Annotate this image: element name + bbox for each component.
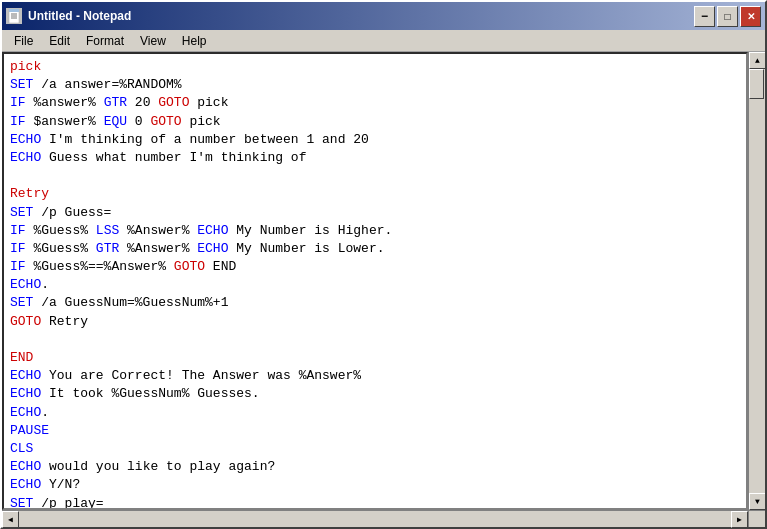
- menu-help[interactable]: Help: [174, 32, 215, 50]
- menu-edit[interactable]: Edit: [41, 32, 78, 50]
- window-title: Untitled - Notepad: [28, 9, 131, 23]
- editor-area: pick SET /a answer=%RANDOM% IF %answer% …: [2, 52, 765, 510]
- menu-format[interactable]: Format: [78, 32, 132, 50]
- text-content[interactable]: pick SET /a answer=%RANDOM% IF %answer% …: [4, 54, 746, 508]
- notepad-window: Untitled - Notepad File Edit Format View…: [0, 0, 767, 529]
- minimize-button[interactable]: [694, 6, 715, 27]
- title-buttons: [694, 6, 761, 27]
- scroll-up-button[interactable]: ▲: [749, 52, 765, 69]
- title-bar: Untitled - Notepad: [2, 2, 765, 30]
- close-button[interactable]: [740, 6, 761, 27]
- menu-bar: File Edit Format View Help: [2, 30, 765, 52]
- notepad-icon: [6, 8, 22, 24]
- vertical-scrollbar[interactable]: ▲ ▼: [748, 52, 765, 510]
- scroll-thumb-v[interactable]: [749, 69, 764, 99]
- svg-rect-1: [9, 9, 19, 12]
- menu-file[interactable]: File: [6, 32, 41, 50]
- maximize-button[interactable]: [717, 6, 738, 27]
- scroll-corner: [748, 510, 765, 527]
- menu-view[interactable]: View: [132, 32, 174, 50]
- scroll-left-button[interactable]: ◀: [2, 511, 19, 528]
- scroll-right-button[interactable]: ▶: [731, 511, 748, 528]
- text-area-container[interactable]: pick SET /a answer=%RANDOM% IF %answer% …: [2, 52, 748, 510]
- scroll-track-v[interactable]: [749, 69, 765, 493]
- scroll-down-button[interactable]: ▼: [749, 493, 765, 510]
- bottom-area: ◀ ▶: [2, 510, 765, 527]
- title-bar-left: Untitled - Notepad: [6, 8, 131, 24]
- horizontal-scrollbar[interactable]: ◀ ▶: [2, 510, 748, 527]
